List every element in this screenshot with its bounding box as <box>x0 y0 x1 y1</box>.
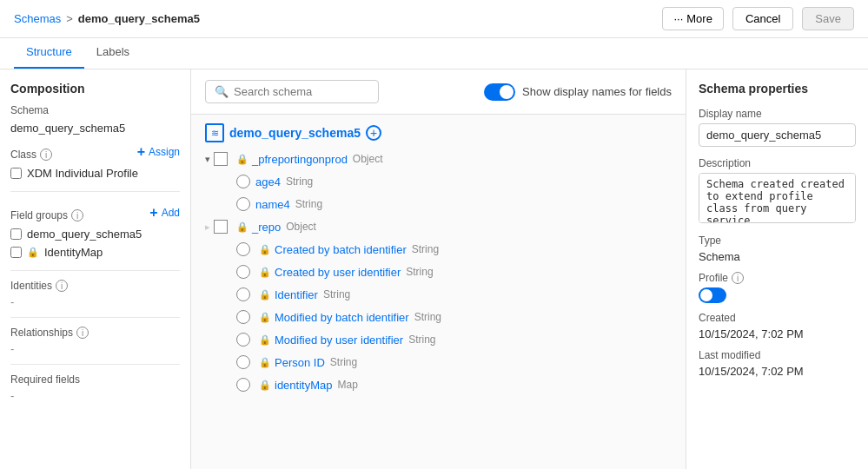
class-info-icon: i <box>40 149 52 161</box>
last-modified-value: 10/15/2024, 7:02 PM <box>699 365 856 378</box>
node-name-pfreportingonprod: _pfreportingonprod <box>252 153 348 166</box>
node-circle-created-user <box>236 265 250 279</box>
breadcrumb-current: demo_query_schema5 <box>78 12 200 25</box>
search-icon: 🔍 <box>215 85 229 98</box>
node-name-created-batch: Created by batch identifier <box>275 243 407 256</box>
required-fields-value: - <box>10 389 180 402</box>
required-fields-label: Required fields <box>10 373 180 386</box>
node-type-identitymap: Map <box>337 379 357 391</box>
tree-node-repo[interactable]: ▸ 🔒 _repo Object <box>205 215 686 238</box>
profile-toggle[interactable] <box>699 287 726 303</box>
save-button[interactable]: Save <box>802 7 854 30</box>
add-fg-plus-icon: + <box>149 205 157 221</box>
node-type-person-id: String <box>330 356 357 368</box>
node-name-name4: name4 <box>255 198 290 211</box>
tab-structure[interactable]: Structure <box>14 38 84 69</box>
field-group-row-1: 🔒 IdentityMap <box>10 243 180 261</box>
chevron-pfreportingonprod[interactable]: ▾ <box>205 154 210 165</box>
node-circle-age4 <box>236 175 250 188</box>
node-name-modified-user: Modified by user identifier <box>275 334 403 347</box>
display-names-toggle[interactable] <box>484 83 515 101</box>
field-group-row-0: demo_query_schema5 <box>10 225 180 243</box>
node-circle-person-id <box>236 355 250 369</box>
created-label: Created <box>699 312 856 324</box>
lock-icon-modified-batch: 🔒 <box>259 312 271 323</box>
fg-name-0: demo_query_schema5 <box>27 228 142 241</box>
composition-title: Composition <box>10 82 180 96</box>
node-name-identitymap: identityMap <box>275 379 332 392</box>
tree-node-person-id[interactable]: 🔒 Person ID String <box>236 351 686 373</box>
lock-icon-identitymap: 🔒 <box>259 380 271 391</box>
more-button[interactable]: ··· More <box>662 7 723 30</box>
node-circle-name4 <box>236 197 250 211</box>
tab-labels[interactable]: Labels <box>84 38 142 69</box>
top-actions: ··· More Cancel Save <box>662 7 854 30</box>
class-checkbox[interactable] <box>10 168 22 179</box>
schema-icon: ≋ <box>205 123 224 142</box>
node-name-repo: _repo <box>252 221 281 234</box>
profile-toggle-knob <box>700 289 712 301</box>
schema-title-row: ≋ demo_query_schema5 + <box>191 115 686 148</box>
toggle-row: Show display names for fields <box>484 83 672 101</box>
tree-node-identifier[interactable]: 🔒 Identifier String <box>236 283 686 306</box>
type-value: Schema <box>699 250 856 263</box>
fg-checkbox-0[interactable] <box>10 228 22 240</box>
node-circle-modified-user <box>236 333 250 347</box>
fg-checkbox-1[interactable] <box>10 247 22 258</box>
lock-icon-modified-user: 🔒 <box>259 334 271 346</box>
divider-4 <box>10 364 180 365</box>
tabs: Structure Labels <box>0 38 868 69</box>
search-box[interactable]: 🔍 <box>205 80 379 103</box>
node-type-age4: String <box>286 175 313 188</box>
tree-node-identitymap[interactable]: 🔒 identityMap Map <box>236 373 686 396</box>
description-label: Description <box>699 157 856 169</box>
schema-value: demo_query_schema5 <box>10 120 180 140</box>
node-type-modified-batch: String <box>414 311 441 323</box>
node-circle-identifier <box>236 287 250 301</box>
tree-node-pfreportingonprod[interactable]: ▾ 🔒 _pfreportingonprod Object <box>205 148 686 170</box>
relationships-info-icon: i <box>76 327 89 339</box>
tree-node-modified-batch[interactable]: 🔒 Modified by batch identifier String <box>236 306 686 328</box>
description-textarea[interactable]: Schema created created to extend profile… <box>699 173 856 223</box>
identities-info-icon: i <box>56 280 68 292</box>
lock-icon-pfreportingonprod: 🔒 <box>236 154 248 165</box>
chevron-repo[interactable]: ▸ <box>205 221 210 233</box>
lock-icon-person-id: 🔒 <box>259 357 271 368</box>
identities-value: - <box>10 295 180 308</box>
display-name-label: Display name <box>699 108 856 120</box>
divider-2 <box>10 270 180 271</box>
node-type-repo: Object <box>286 221 316 233</box>
profile-label-row: Profile i <box>699 272 856 284</box>
assign-button[interactable]: + Assign <box>137 144 180 160</box>
tree-node-name4[interactable]: name4 String <box>236 193 686 215</box>
toggle-knob <box>500 85 514 99</box>
class-section-row: Class i + Assign <box>10 140 180 164</box>
node-square-pfreportingonprod <box>214 152 228 166</box>
node-circle-identitymap <box>236 378 250 392</box>
breadcrumb: Schemas > demo_query_schema5 <box>14 12 200 25</box>
tree-node-created-user[interactable]: 🔒 Created by user identifier String <box>236 261 686 283</box>
node-name-modified-batch: Modified by batch identifier <box>275 311 409 324</box>
cancel-button[interactable]: Cancel <box>732 7 793 30</box>
node-name-identifier: Identifier <box>275 288 318 301</box>
main-layout: Composition Schema demo_query_schema5 Cl… <box>0 69 868 469</box>
lock-icon-created-batch: 🔒 <box>259 244 271 255</box>
display-name-input[interactable] <box>699 123 856 147</box>
node-name-age4: age4 <box>255 175 281 188</box>
tree-node-created-batch[interactable]: 🔒 Created by batch identifier String <box>236 238 686 261</box>
class-value: XDM Individual Profile <box>27 167 138 180</box>
add-field-button[interactable]: + <box>366 125 381 141</box>
class-value-row: XDM Individual Profile <box>10 164 180 182</box>
node-type-created-batch: String <box>412 243 439 255</box>
node-circle-created-batch <box>236 242 250 256</box>
search-input[interactable] <box>234 85 369 98</box>
divider-3 <box>10 317 180 318</box>
breadcrumb-parent[interactable]: Schemas <box>14 12 61 25</box>
add-field-group-button[interactable]: + Add <box>149 205 180 221</box>
relationships-label: Relationships i <box>10 327 180 339</box>
tree-node-modified-user[interactable]: 🔒 Modified by user identifier String <box>236 328 686 351</box>
fg-name-1: IdentityMap <box>44 246 103 259</box>
center-panel: 🔍 Show display names for fields ≋ demo_q… <box>191 69 686 469</box>
tree-node-age4[interactable]: age4 String <box>236 170 686 193</box>
more-label: More <box>686 12 712 25</box>
